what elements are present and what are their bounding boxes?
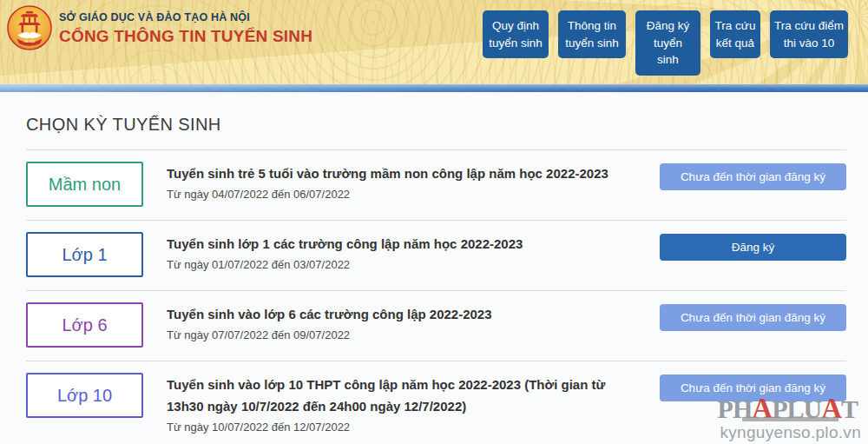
- admission-row-3: Lớp 6 Tuyển sinh vào lớp 6 các trường cô…: [26, 290, 846, 361]
- admission-action: Chưa đến thời gian đăng ký: [660, 302, 846, 331]
- hanoi-education-logo-icon: HÀ NỘI: [7, 5, 52, 50]
- admission-action: Chưa đến thời gian đăng ký: [660, 162, 846, 190]
- admission-title: Tuyển sinh vào lớp 10 THPT công lập năm …: [167, 374, 642, 418]
- svg-text:HÀ NỘI: HÀ NỘI: [24, 39, 36, 43]
- brand-text: SỞ GIÁO DỤC VÀ ĐÀO TẠO HÀ NỘI CỔNG THÔNG…: [59, 11, 312, 46]
- grade-box: Lớp 10: [26, 373, 143, 418]
- admission-info: Tuyển sinh trẻ 5 tuổi vào trường mầm non…: [143, 162, 660, 201]
- sky-stripe-divider: [0, 84, 868, 92]
- nav-button-3[interactable]: Đăng ký tuyển sinh: [635, 10, 700, 76]
- admission-action: Đăng ký: [660, 232, 846, 261]
- grade-label: Lớp 1: [62, 245, 107, 265]
- admission-action: Chưa đến thời gian đăng ký: [660, 373, 846, 401]
- main-content: CHỌN KỲ TUYỂN SINH Mầm non Tuyển sinh tr…: [0, 115, 868, 444]
- grade-label: Lớp 10: [57, 386, 112, 406]
- admission-title: Tuyển sinh lớp 1 các trường công lập năm…: [167, 234, 642, 255]
- grade-box: Lớp 1: [26, 232, 143, 277]
- grade-box: Mầm non: [26, 162, 143, 207]
- admission-info: Tuyển sinh vào lớp 10 THPT công lập năm …: [143, 373, 660, 434]
- admission-info: Tuyển sinh vào lớp 6 các trường công lập…: [143, 302, 660, 341]
- registration-closed-button[interactable]: Chưa đến thời gian đăng ký: [660, 304, 846, 331]
- portal-title: CỔNG THÔNG TIN TUYỂN SINH: [59, 27, 312, 46]
- register-button[interactable]: Đăng ký: [660, 234, 846, 261]
- admission-row-2: Lớp 1 Tuyển sinh lớp 1 các trường công l…: [26, 220, 846, 290]
- admission-title: Tuyển sinh vào lớp 6 các trường công lập…: [167, 304, 642, 326]
- grade-label: Lớp 6: [62, 315, 107, 335]
- admission-row-4: Lớp 10 Tuyển sinh vào lớp 10 THPT công l…: [26, 361, 846, 444]
- admission-date-range: Từ ngày 10/07/2022 đến 12/07/2022: [167, 421, 642, 434]
- registration-closed-button[interactable]: Chưa đến thời gian đăng ký: [660, 163, 846, 190]
- admission-date-range: Từ ngày 04/07/2022 đến 06/07/2022: [167, 188, 642, 201]
- admission-row-1: Mầm non Tuyển sinh trẻ 5 tuổi vào trường…: [26, 149, 846, 220]
- nav-button-2[interactable]: Thông tin tuyển sinh: [558, 10, 626, 58]
- admission-title: Tuyển sinh trẻ 5 tuổi vào trường mầm non…: [167, 163, 642, 185]
- nav-button-1[interactable]: Quy định tuyển sinh: [483, 10, 549, 58]
- header: HÀ NỘI SỞ GIÁO DỤC VÀ ĐÀO TẠO HÀ NỘI CỔN…: [0, 0, 868, 84]
- admission-date-range: Từ ngày 01/07/2022 đến 03/07/2022: [167, 258, 642, 271]
- grade-box: Lớp 6: [26, 302, 143, 348]
- admission-info: Tuyển sinh lớp 1 các trường công lập năm…: [143, 232, 660, 271]
- admission-date-range: Từ ngày 07/07/2022 đến 09/07/2022: [167, 328, 642, 341]
- header-nav: Quy định tuyển sinhThông tin tuyển sinhĐ…: [483, 10, 848, 76]
- nav-button-4[interactable]: Tra cứu kết quả: [710, 10, 760, 58]
- registration-closed-button[interactable]: Chưa đến thời gian đăng ký: [660, 374, 846, 401]
- department-name: SỞ GIÁO DỤC VÀ ĐÀO TẠO HÀ NỘI: [59, 11, 312, 23]
- admission-portal-page: HÀ NỘI SỞ GIÁO DỤC VÀ ĐÀO TẠO HÀ NỘI CỔN…: [0, 0, 868, 444]
- nav-button-5[interactable]: Tra cứu điểm thi vào 10: [770, 10, 848, 58]
- hanoi-education-logo: HÀ NỘI: [7, 5, 52, 50]
- grade-label: Mầm non: [49, 175, 121, 195]
- admission-rows-list: Mầm non Tuyển sinh trẻ 5 tuổi vào trường…: [26, 149, 846, 444]
- page-heading: CHỌN KỲ TUYỂN SINH: [26, 115, 846, 135]
